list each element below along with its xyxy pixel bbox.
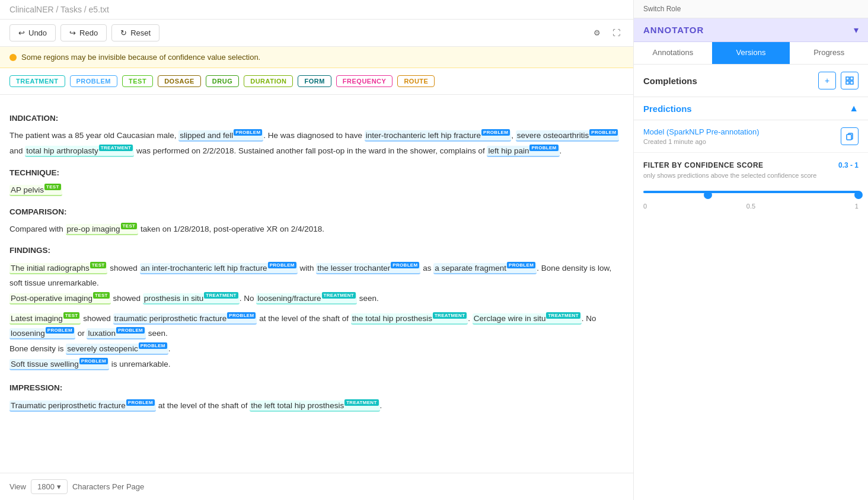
svg-rect-1	[850, 77, 853, 80]
model-item: Model (SparkNLP Pre-annotation) Created …	[634, 120, 868, 153]
label-route[interactable]: ROUTE	[397, 75, 435, 87]
svg-rect-3	[850, 81, 853, 84]
reset-icon: ↻	[120, 28, 127, 37]
undo-button[interactable]: ↩ Undo	[9, 24, 56, 41]
ann-loosening2[interactable]: looseningPROBLEM	[9, 328, 75, 339]
model-info: Model (SparkNLP Pre-annotation) Created …	[643, 127, 760, 145]
breadcrumb: ClinicalNER / Tasks / e5.txt	[0, 0, 633, 20]
comparison-text: Compared with pre-op imagingTEST taken o…	[9, 222, 624, 237]
section-comparison: COMPARISON:	[9, 205, 624, 219]
ann-slipped-fell[interactable]: slipped and fellPROBLEM	[178, 130, 263, 142]
slider-thumb-left[interactable]	[704, 191, 712, 199]
ann-cerclage-wire[interactable]: Cerclage wire in situTREATMENT	[473, 313, 582, 325]
slider-container: 0 0.5 1	[643, 191, 859, 210]
predictions-title: Predictions	[643, 104, 692, 114]
settings-button[interactable]: ⚙	[590, 25, 604, 41]
reset-button[interactable]: ↻ Reset	[111, 24, 159, 41]
completions-actions: +	[818, 72, 859, 89]
role-chevron-icon: ▾	[854, 24, 859, 36]
svg-rect-4	[847, 134, 851, 140]
chevron-down-icon: ▾	[57, 482, 61, 491]
chars-per-page-label: Characters Per Page	[72, 482, 144, 491]
redo-button[interactable]: ↪ Redo	[60, 24, 107, 41]
view-completion-button[interactable]	[841, 72, 859, 89]
svg-rect-2	[846, 81, 849, 84]
warning-dot	[9, 54, 17, 61]
tab-versions[interactable]: Versions	[712, 42, 790, 64]
section-indication: INDICATION:	[9, 111, 624, 126]
ann-fracture-finding[interactable]: an inter-trochanteric left hip fractureP…	[140, 263, 298, 274]
completions-header: Completions +	[634, 65, 868, 97]
label-frequency[interactable]: FREQUENCY	[336, 75, 393, 87]
ann-ap-pelvis[interactable]: AP pelvisTEST	[9, 185, 62, 196]
slider-thumb-right[interactable]	[854, 191, 863, 199]
label-duration[interactable]: DURATION	[244, 75, 293, 87]
model-action-button[interactable]	[841, 127, 859, 145]
slider-max-label: 1	[855, 203, 859, 210]
tab-progress[interactable]: Progress	[790, 42, 868, 64]
fullscreen-button[interactable]: ⛶	[609, 25, 624, 41]
ann-left-total-hip[interactable]: the left total hip prosthesisTREATMENT	[250, 400, 379, 412]
section-technique: TECHNIQUE:	[9, 166, 624, 180]
label-tags: TREATMENT PROBLEM TEST DOSAGE DRUG DURAT…	[0, 68, 633, 95]
gear-icon: ⚙	[593, 28, 601, 37]
switch-role-label: Switch Role	[634, 0, 868, 18]
ann-prosthesis-situ[interactable]: prosthesis in situTREATMENT	[143, 293, 240, 305]
ann-periprosthetic-fracture[interactable]: traumatic periprosthetic fracturePROBLEM	[113, 313, 257, 325]
confidence-title: FILTER BY CONFIDENCE SCORE	[643, 161, 764, 169]
label-test[interactable]: TEST	[122, 75, 153, 87]
add-completion-button[interactable]: +	[818, 72, 836, 89]
confidence-score: 0.3 - 1	[838, 161, 859, 169]
model-created: Created 1 minute ago	[643, 138, 760, 145]
slider-min-label: 0	[643, 203, 647, 210]
technique-text: AP pelvisTEST	[9, 182, 624, 198]
copy-icon	[845, 132, 854, 140]
confidence-section: FILTER BY CONFIDENCE SCORE 0.3 - 1 only …	[634, 153, 868, 218]
tab-annotations[interactable]: Annotations	[634, 42, 712, 64]
ann-hip-fracture[interactable]: inter-trochanteric left hip fracturePROB…	[365, 130, 511, 142]
ann-post-op-imaging[interactable]: Post-operative imagingTEST	[9, 293, 111, 305]
ann-latest-imaging[interactable]: Latest imagingTEST	[9, 313, 81, 325]
ann-hip-pain[interactable]: left hip painPROBLEM	[487, 146, 559, 157]
confidence-desc: only shows predictions above the selecte…	[643, 172, 859, 179]
label-treatment[interactable]: TREATMENT	[9, 75, 65, 87]
label-form[interactable]: FORM	[298, 75, 331, 87]
section-findings: FINDINGS:	[9, 243, 624, 258]
label-drug[interactable]: DRUG	[206, 75, 239, 87]
footer: View 1800 ▾ Characters Per Page	[0, 473, 633, 500]
indication-text: The patient was a 85 year old Caucasian …	[9, 128, 624, 158]
view-label: View	[9, 482, 26, 491]
expand-icon: ⛶	[612, 28, 620, 37]
ann-pre-op-imaging[interactable]: pre-op imagingTEST	[66, 224, 139, 235]
grid-icon	[845, 76, 854, 85]
ann-lesser-trochanter[interactable]: the lesser trochanterPROBLEM	[316, 263, 420, 274]
warning-banner: Some regions may be invisible because of…	[0, 47, 633, 68]
label-dosage[interactable]: DOSAGE	[158, 75, 201, 87]
section-impression: IMPRESSION:	[9, 381, 624, 395]
sidebar: Switch Role ANNOTATOR ▾ Annotations Vers…	[633, 0, 868, 500]
ann-loosening-fracture[interactable]: loosening/fractureTREATMENT	[256, 293, 357, 305]
findings-text2: Latest imagingTEST showed traumatic peri…	[9, 311, 624, 372]
model-name[interactable]: Model (SparkNLP Pre-annotation)	[643, 127, 760, 136]
ann-total-hip-prosthesis[interactable]: the total hip prosthesisTREATMENT	[351, 313, 468, 325]
completions-title: Completions	[643, 76, 697, 86]
ann-hip-arthroplasty[interactable]: total hip arthroplastyTREATMENT	[25, 146, 134, 157]
ann-osteopenic[interactable]: severely osteopenicPROBLEM	[66, 344, 168, 355]
slider-mid-label: 0.5	[746, 203, 755, 210]
ann-luxation[interactable]: luxationPROBLEM	[87, 328, 146, 339]
slider-fill	[643, 191, 859, 193]
ann-initial-radiographs[interactable]: The initial radiographsTEST	[9, 263, 107, 274]
page-size-select[interactable]: 1800 ▾	[31, 479, 68, 494]
predictions-chevron-icon[interactable]: ▲	[849, 103, 859, 114]
ann-separate-fragment[interactable]: a separate fragmentPROBLEM	[433, 263, 537, 274]
undo-icon: ↩	[18, 28, 25, 37]
label-problem[interactable]: PROBLEM	[70, 75, 118, 87]
role-selector[interactable]: ANNOTATOR ▾	[634, 18, 868, 42]
ann-osteoarthritis[interactable]: severe osteoarthritisPROBLEM	[516, 130, 620, 142]
page-size-value: 1800	[37, 482, 55, 491]
annotation-text-area: INDICATION: The patient was a 85 year ol…	[0, 95, 633, 473]
ann-soft-tissue-swelling[interactable]: Soft tissue swellingPROBLEM	[9, 359, 109, 370]
ann-impression-fracture[interactable]: Traumatic periprosthetic fracturePROBLEM	[9, 400, 156, 412]
sidebar-tabs: Annotations Versions Progress	[634, 42, 868, 65]
svg-rect-0	[846, 77, 849, 80]
